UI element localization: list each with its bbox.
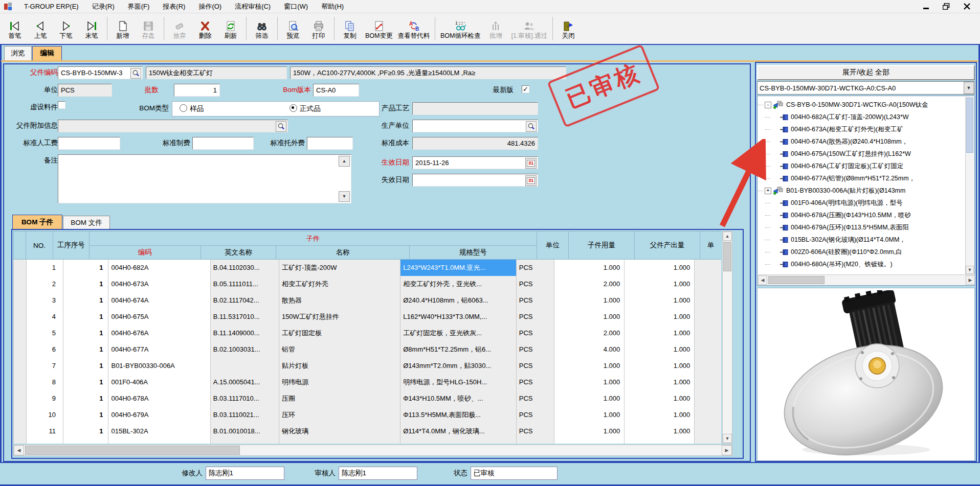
preview-button[interactable]: 预览: [280, 14, 306, 43]
row-seq-cell[interactable]: 1: [63, 341, 108, 358]
scroll-down-button[interactable]: ▼: [723, 434, 732, 443]
expand-collapse-button[interactable]: 展开/收起 全部: [757, 65, 975, 80]
tab-browse[interactable]: 浏览: [4, 46, 32, 60]
parent-info-field[interactable]: [58, 120, 288, 132]
row-code-cell[interactable]: 004H0-675A: [108, 309, 210, 326]
row-seq-cell[interactable]: 1: [63, 358, 108, 375]
last-record-button[interactable]: 末笔: [79, 14, 104, 43]
row-code-cell[interactable]: 004H0-673A: [108, 276, 210, 293]
row-spec-cell[interactable]: Φ143*H10.5MM，喷砂、...: [400, 390, 516, 407]
row-parent-qty-cell[interactable]: 1.000: [625, 423, 695, 440]
row-selector-cell[interactable]: [14, 260, 27, 276]
row-seq-cell[interactable]: 1: [63, 423, 108, 440]
row-parent-qty-cell[interactable]: 1.000: [625, 292, 695, 309]
menu-item[interactable]: 窗口(W): [277, 0, 315, 13]
expire-date-field[interactable]: 31: [412, 174, 538, 187]
tree-item[interactable]: 004H0-679A(压环)(Φ113.5*H5MM,表面阳: [758, 221, 966, 234]
row-seq-cell[interactable]: 1: [63, 309, 108, 326]
row-seq-cell[interactable]: 1: [63, 325, 108, 342]
tree-vscroll-thumb[interactable]: [966, 98, 973, 153]
expire-date-calendar-button[interactable]: 31: [525, 175, 537, 186]
table-row[interactable]: 10 1 004H0-679A B.03.1110021... 压环 Φ113.…: [14, 407, 721, 423]
tab-bom-files[interactable]: BOM 文件: [63, 216, 110, 230]
row-code-cell[interactable]: 004H0-682A: [108, 260, 210, 276]
tree-hscrollbar[interactable]: ◀ ▶: [758, 274, 975, 285]
scroll-left-button[interactable]: ◀: [758, 275, 767, 285]
batch-field[interactable]: 1: [174, 84, 220, 97]
row-code-cell[interactable]: 004H0-677A: [108, 341, 210, 358]
scroll-down-button[interactable]: ▼: [339, 191, 350, 202]
table-row[interactable]: 4 1 004H0-675A B.11.5317010... 150W工矿灯悬挂…: [14, 309, 721, 325]
tree-expander[interactable]: -: [765, 102, 771, 108]
row-parent-qty-cell[interactable]: 1.000: [625, 407, 695, 424]
tree-vscrollbar[interactable]: ▼: [965, 97, 974, 275]
view-substitute-button[interactable]: AB 查看替代料: [395, 14, 432, 43]
row-code-cell[interactable]: 001F0-406A: [108, 374, 210, 391]
tree-item[interactable]: 004H0-677A(铝管)(Ø8mm*H51*T2.25mm，: [758, 172, 966, 184]
row-qty-cell[interactable]: 1.000: [554, 309, 625, 326]
row-seq-cell[interactable]: 1: [63, 439, 108, 444]
row-parent-qty-cell[interactable]: 1.000: [625, 439, 695, 444]
scroll-right-button[interactable]: ▶: [722, 445, 732, 455]
row-spec-cell[interactable]: Ø8mm*H51*T2.25mm，铝6...: [400, 341, 516, 358]
parent-code-lookup-button[interactable]: [130, 68, 141, 79]
row-parent-qty-cell[interactable]: 1.000: [625, 390, 695, 407]
row-selector-cell[interactable]: [14, 325, 27, 342]
row-code-cell[interactable]: 004H0-678A: [108, 390, 210, 407]
row-parent-qty-cell[interactable]: 1.000: [625, 341, 695, 358]
effective-date-field[interactable]: 2015-11-26 31: [412, 156, 538, 169]
filter-button[interactable]: 筛选: [249, 14, 275, 43]
row-spec-cell[interactable]: 相变工矿灯外壳，亚光铁...: [400, 276, 516, 293]
row-code-cell[interactable]: B01-BYB00330-006A: [108, 358, 210, 375]
table-row[interactable]: 3 1 004H0-674A B.02.1117042... 散热器 Ø240.…: [14, 292, 721, 309]
table-row[interactable]: 1 1 004H0-682A B.04.1102030... 工矿灯-顶盖-20…: [14, 260, 721, 276]
tree-item[interactable]: 004H0-676A(工矿灯固定板)(工矿灯固定: [758, 160, 966, 172]
refresh-button[interactable]: 刷新: [218, 14, 243, 43]
row-spec-cell[interactable]: L243*W243*T1.0MM.亚光...: [400, 260, 516, 276]
row-selector-cell[interactable]: [14, 390, 27, 407]
minimize-button[interactable]: [922, 3, 930, 11]
std-labor-field[interactable]: [58, 137, 120, 150]
row-qty-cell[interactable]: 2.000: [554, 276, 625, 293]
combo-dropdown-button[interactable]: ▼: [964, 82, 974, 94]
first-record-button[interactable]: 首笔: [2, 14, 28, 43]
tree-item[interactable]: 004H0-678A(压圈)(Φ143*H10.5MM，喷砂: [758, 209, 966, 221]
remark-textarea[interactable]: ▲ ▼: [58, 154, 351, 203]
row-spec-cell[interactable]: Ø114*T4.0MM，钢化玻璃...: [400, 423, 516, 440]
table-vscrollbar[interactable]: ▲ ▼: [722, 231, 732, 444]
restore-button[interactable]: [942, 3, 950, 11]
scroll-left-button[interactable]: ◀: [14, 445, 24, 455]
row-qty-cell[interactable]: 2.000: [554, 439, 625, 444]
std-mfg-field[interactable]: [192, 137, 254, 150]
row-selector-cell[interactable]: [14, 309, 27, 326]
scroll-down-button[interactable]: ▼: [966, 266, 974, 274]
row-seq-cell[interactable]: 1: [63, 407, 108, 424]
menu-item[interactable]: T-GROUP ERP(E): [17, 0, 85, 13]
add-button[interactable]: 新增: [110, 14, 136, 43]
row-qty-cell[interactable]: 1.000: [554, 390, 625, 407]
menu-item[interactable]: 记录(R): [85, 0, 121, 13]
row-selector-cell[interactable]: [14, 292, 27, 309]
menu-item[interactable]: 界面(F): [121, 0, 157, 13]
tree-item[interactable]: + B01-BYB00330-006A(贴片灯板)(Ø143mm: [758, 184, 966, 197]
tree-item[interactable]: 001F0-406A(明纬电源)(明纬电源，型号: [758, 197, 966, 209]
print-button[interactable]: 打印: [306, 14, 331, 43]
production-unit-lookup-button[interactable]: [526, 121, 537, 132]
row-selector-cell[interactable]: [14, 423, 27, 440]
tree-item[interactable]: 004H0-680A(吊环)(M20、铁镀镍。): [758, 258, 966, 270]
virtual-part-checkbox[interactable]: [58, 101, 65, 109]
latest-version-checkbox[interactable]: [522, 85, 529, 93]
row-qty-cell[interactable]: 1.000: [554, 260, 625, 276]
row-spec-cell[interactable]: 明纬电源，型号HLG-150H...: [400, 374, 516, 391]
row-selector-cell[interactable]: [14, 407, 27, 424]
bom-type-sample-radio[interactable]: 样品: [180, 104, 204, 113]
menu-item[interactable]: 操作(O): [192, 0, 228, 13]
tab-edit[interactable]: 编辑: [32, 46, 62, 60]
bom-version-field[interactable]: CS-A0: [313, 84, 359, 97]
row-spec-cell[interactable]: Ø240.4*H108mm，铝6063...: [400, 292, 516, 309]
prev-record-button[interactable]: 上笔: [28, 14, 53, 43]
table-row[interactable]: 8 1 001F0-406A A.15.0005041... 明纬电源 明纬电源…: [14, 374, 721, 390]
vscroll-thumb[interactable]: [723, 242, 731, 271]
row-parent-qty-cell[interactable]: 1.000: [625, 374, 695, 391]
row-parent-qty-cell[interactable]: 1.000: [625, 260, 695, 276]
